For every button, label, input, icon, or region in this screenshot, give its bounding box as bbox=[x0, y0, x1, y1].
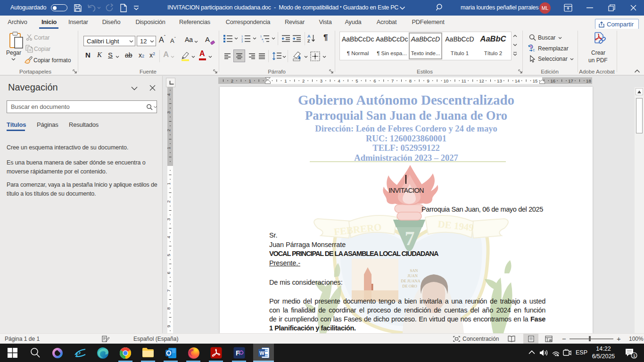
svg-text:13: 13 bbox=[497, 78, 502, 83]
svg-text:10: 10 bbox=[444, 78, 449, 83]
svg-text:9: 9 bbox=[167, 325, 171, 328]
svg-text:c: c bbox=[533, 48, 535, 52]
svg-text:2: 2 bbox=[302, 78, 305, 83]
svg-text:8: 8 bbox=[167, 307, 171, 310]
svg-text:18: 18 bbox=[586, 78, 591, 83]
svg-text:1: 1 bbox=[284, 78, 287, 83]
svg-text:3: 3 bbox=[241, 40, 243, 42]
svg-text:3: 3 bbox=[320, 78, 322, 83]
svg-text:1: 1 bbox=[167, 182, 171, 185]
svg-text:5: 5 bbox=[167, 254, 171, 256]
svg-text:11: 11 bbox=[462, 78, 466, 83]
svg-text:Z: Z bbox=[307, 39, 310, 43]
svg-text:2: 2 bbox=[167, 200, 171, 203]
svg-text:3: 3 bbox=[167, 111, 171, 114]
svg-text:W: W bbox=[259, 350, 264, 356]
svg-text:15: 15 bbox=[533, 78, 538, 83]
svg-text:6: 6 bbox=[373, 78, 376, 83]
svg-text:1: 1 bbox=[633, 354, 636, 358]
svg-text:1: 1 bbox=[167, 147, 171, 149]
svg-text:12: 12 bbox=[479, 78, 484, 83]
svg-text:A: A bbox=[307, 34, 311, 39]
svg-text:4: 4 bbox=[167, 236, 171, 239]
svg-text:2: 2 bbox=[167, 129, 171, 132]
svg-text:1: 1 bbox=[249, 78, 251, 83]
svg-text:7: 7 bbox=[167, 289, 171, 292]
svg-text:8: 8 bbox=[409, 78, 412, 83]
svg-text:14: 14 bbox=[515, 78, 520, 83]
svg-text:17: 17 bbox=[568, 78, 573, 83]
svg-text:6: 6 bbox=[167, 272, 171, 274]
svg-text:7: 7 bbox=[391, 78, 394, 83]
svg-text:2: 2 bbox=[231, 78, 233, 83]
svg-text:9: 9 bbox=[427, 78, 429, 83]
svg-text:16: 16 bbox=[551, 78, 556, 83]
svg-text:F: F bbox=[236, 349, 240, 357]
svg-text:3: 3 bbox=[167, 218, 171, 221]
svg-text:4: 4 bbox=[167, 93, 171, 96]
svg-text:i: i bbox=[263, 40, 264, 42]
svg-text:5: 5 bbox=[355, 78, 358, 83]
svg-text:4: 4 bbox=[338, 78, 340, 83]
